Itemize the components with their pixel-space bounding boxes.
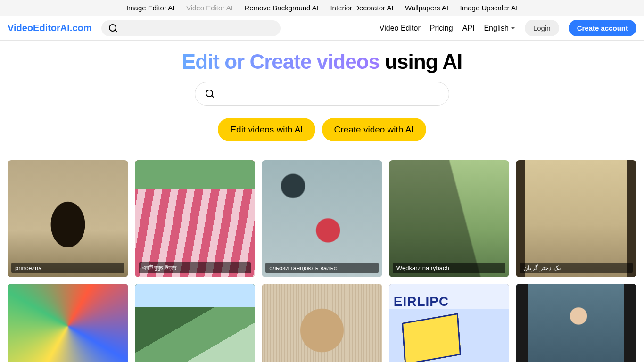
video-card[interactable]: princezna — [8, 160, 128, 277]
video-gallery: princezna একটি কুকুর উড়ছে сльози танцюю… — [0, 156, 644, 362]
video-thumbnail — [516, 160, 636, 277]
video-thumbnail — [516, 284, 636, 362]
video-card[interactable]: Wędkarz na rybach — [389, 160, 510, 277]
edit-videos-button[interactable]: Edit videos with AI — [218, 118, 315, 141]
video-thumbnail — [135, 160, 256, 277]
video-card[interactable] — [262, 284, 382, 362]
hero-buttons: Edit videos with AI Create video with AI — [0, 118, 644, 141]
video-card[interactable] — [389, 284, 510, 362]
topnav-item-upscaler[interactable]: Image Upscaler AI — [455, 2, 523, 14]
video-card[interactable] — [516, 284, 636, 362]
create-video-button[interactable]: Create video with AI — [322, 118, 426, 141]
nav-pricing[interactable]: Pricing — [430, 24, 453, 33]
nav-video-editor[interactable]: Video Editor — [380, 24, 421, 33]
video-thumbnail — [8, 284, 128, 362]
topnav-item-image-editor[interactable]: Image Editor AI — [122, 2, 180, 14]
video-caption: یک دختر گریان — [520, 263, 633, 273]
video-thumbnail — [262, 160, 382, 277]
header-search[interactable] — [101, 20, 281, 36]
video-card[interactable]: একটি কুকুর উড়ছে — [135, 160, 256, 277]
hero-title: Edit or Create videos using AI — [0, 50, 644, 74]
hero-search[interactable] — [195, 82, 449, 106]
topnav-item-interior[interactable]: Interior Decorator AI — [325, 2, 398, 14]
topnav-item-video-editor[interactable]: Video Editor AI — [182, 2, 238, 14]
header-right: Video Editor Pricing API English Login C… — [380, 20, 636, 36]
chevron-down-icon — [511, 27, 515, 29]
video-caption: একটি কুকুর উড়ছে — [139, 262, 252, 273]
hero: Edit or Create videos using AI Edit vide… — [0, 41, 644, 156]
nav-api[interactable]: API — [462, 24, 475, 33]
video-caption: Wędkarz na rybach — [393, 263, 506, 273]
video-card[interactable]: یک دختر گریان — [516, 160, 636, 277]
video-card[interactable] — [8, 284, 128, 362]
language-label: English — [484, 24, 508, 33]
video-thumbnail — [389, 160, 510, 277]
create-account-button[interactable]: Create account — [569, 20, 636, 36]
search-icon — [206, 90, 214, 98]
video-card[interactable] — [135, 284, 256, 362]
header-search-input[interactable] — [120, 24, 272, 32]
search-icon — [109, 24, 117, 33]
site-header: VideoEditorAI.com Video Editor Pricing A… — [0, 16, 644, 41]
login-button[interactable]: Login — [525, 20, 559, 36]
hero-search-input[interactable] — [218, 89, 438, 99]
site-logo[interactable]: VideoEditorAI.com — [8, 23, 92, 33]
video-thumbnail — [135, 284, 256, 362]
top-nav: Image Editor AI Video Editor AI Remove B… — [0, 0, 644, 16]
video-thumbnail — [262, 284, 382, 362]
hero-title-gradient: Edit or Create videos — [182, 50, 380, 73]
video-thumbnail — [389, 284, 510, 362]
video-thumbnail — [8, 160, 128, 277]
video-caption: princezna — [11, 263, 124, 273]
hero-title-rest: using AI — [380, 50, 462, 73]
language-dropdown[interactable]: English — [484, 24, 515, 33]
video-card[interactable]: сльози танцюють вальс — [262, 160, 382, 277]
video-caption: сльози танцюють вальс — [265, 263, 379, 273]
topnav-item-wallpapers[interactable]: Wallpapers AI — [400, 2, 453, 14]
topnav-item-remove-bg[interactable]: Remove Background AI — [239, 2, 323, 14]
